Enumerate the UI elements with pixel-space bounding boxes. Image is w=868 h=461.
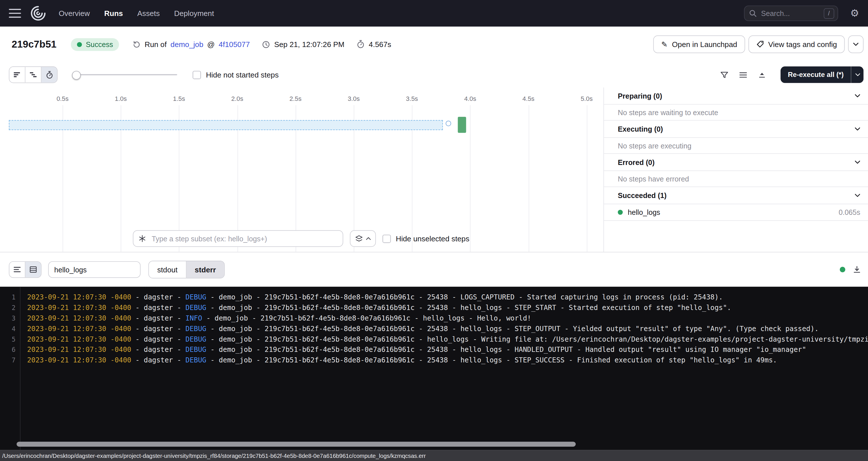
stopwatch-icon (356, 40, 365, 49)
nav-item-assets[interactable]: Assets (137, 9, 160, 18)
nav-item-runs[interactable]: Runs (104, 9, 123, 18)
nav-item-overview[interactable]: Overview (59, 9, 90, 18)
gantt-chart: 5.0s4.5s4.0s3.5s3.0s2.5s2.0s1.5s1.0s0.5s… (0, 88, 603, 252)
flat-view-button[interactable] (9, 67, 25, 82)
panel-section-succeeded[interactable]: Succeeded (1) (604, 187, 868, 204)
log-level: DEBUG (186, 345, 206, 354)
horizontal-scrollbar[interactable] (17, 442, 576, 447)
run-duration-group: 4.567s (356, 40, 391, 49)
axis-tick-label: 5.0s (581, 95, 593, 102)
gantt-bottom-controls: Hide unselected steps (133, 230, 469, 247)
collapse-all-icon[interactable] (755, 68, 769, 82)
log-line-text: 2023-09-21 12:07:30 -0400 - dagster - DE… (20, 335, 868, 343)
header-actions: ✎ Open in Launchpad View tags and config (653, 35, 863, 53)
log-line-number: 7 (0, 356, 20, 364)
panel-empty-errored: No steps have errored (604, 171, 868, 187)
step-row-hello-logs[interactable]: hello_logs 0.065s (604, 204, 868, 221)
search-input[interactable] (760, 8, 824, 18)
panel-empty-preparing: No steps are waiting to execute (604, 104, 868, 121)
layers-icon (355, 235, 363, 243)
stderr-tab[interactable]: stderr (186, 261, 224, 278)
log-line-text: 2023-09-21 12:07:30 -0400 - dagster - IN… (20, 314, 531, 322)
axis-gridline (470, 105, 471, 252)
log-timestamp: 2023-09-21 12:07:30 -0400 (27, 324, 131, 333)
log-toolbar: stdout stderr (0, 252, 868, 287)
stdout-tab[interactable]: stdout (149, 261, 187, 278)
log-line: 52023-09-21 12:07:30 -0400 - dagster - D… (0, 334, 868, 344)
primary-nav: Overview Runs Assets Deployment (59, 9, 214, 18)
gantt-view-toggle (9, 66, 58, 83)
snapshot-link[interactable]: 4f105077 (219, 40, 250, 49)
step-subset-box[interactable] (133, 230, 343, 247)
log-status-dot-icon (840, 267, 845, 272)
hide-not-started-checkbox[interactable]: Hide not started steps (193, 71, 279, 79)
axis-gridline (528, 105, 529, 252)
rows-icon[interactable] (736, 68, 750, 82)
panel-empty-executing: No steps are executing (604, 138, 868, 154)
top-nav: Overview Runs Assets Deployment / ⚙ (0, 0, 868, 27)
dagster-logo-icon[interactable] (30, 5, 46, 21)
log-output[interactable]: 12023-09-21 12:07:30 -0400 - dagster - D… (0, 287, 868, 450)
gantt-section: 5.0s4.5s4.0s3.5s3.0s2.5s2.0s1.5s1.0s0.5s… (0, 88, 868, 252)
gear-icon[interactable]: ⚙ (850, 8, 859, 18)
job-link[interactable]: demo_job (170, 40, 203, 49)
log-level: DEBUG (186, 335, 206, 343)
log-file-path: /Users/erincochran/Desktop/dagster-examp… (2, 452, 426, 459)
log-file-path-bar: /Users/erincochran/Desktop/dagster-examp… (0, 450, 868, 461)
waterfall-view-button[interactable] (25, 67, 41, 82)
nav-item-deployment[interactable]: Deployment (174, 9, 214, 18)
log-level: DEBUG (186, 356, 206, 364)
log-timestamp: 2023-09-21 12:07:30 -0400 (27, 293, 131, 301)
raw-log-view-button[interactable] (25, 262, 41, 277)
history-icon (132, 40, 141, 49)
run-timestamp: Sep 21, 12:07:26 PM (274, 40, 344, 49)
filter-icon[interactable] (717, 68, 731, 82)
chevron-down-icon (855, 127, 860, 131)
log-level: INFO (186, 314, 202, 322)
axis-tick-label: 4.5s (522, 95, 534, 102)
panel-section-errored[interactable]: Errored (0) (604, 154, 868, 171)
log-toolbar-right (840, 265, 862, 274)
timed-view-button[interactable] (41, 67, 57, 82)
open-in-launchpad-button[interactable]: ✎ Open in Launchpad (653, 35, 745, 53)
structured-log-view-button[interactable] (9, 262, 25, 277)
run-header-more-button[interactable] (848, 35, 863, 53)
graph-query-toggle-button[interactable] (350, 230, 376, 247)
gantt-zoom-slider[interactable] (72, 67, 177, 82)
status-badge: Success (71, 38, 119, 51)
reexecute-dropdown-button[interactable] (851, 66, 864, 83)
slider-thumb[interactable] (72, 71, 81, 80)
log-filter-input[interactable] (48, 261, 141, 278)
log-line-number: 4 (0, 325, 20, 332)
op-selector-icon (138, 235, 146, 243)
log-line: 12023-09-21 12:07:30 -0400 - dagster - D… (0, 292, 868, 302)
run-span-bar (9, 120, 443, 130)
log-line-text: 2023-09-21 12:07:30 -0400 - dagster - DE… (20, 324, 819, 333)
reexecute-button-group: Re-execute all (*) (781, 66, 864, 83)
log-timestamp: 2023-09-21 12:07:30 -0400 (27, 314, 131, 322)
clock-icon (262, 40, 270, 49)
axis-gridline (587, 105, 587, 252)
hide-unselected-checkbox[interactable]: Hide unselected steps (382, 235, 469, 243)
step-bar-hello-logs[interactable] (458, 117, 466, 133)
log-line-text: 2023-09-21 12:07:30 -0400 - dagster - DE… (20, 356, 777, 364)
panel-section-executing[interactable]: Executing (0) (604, 121, 868, 137)
log-timestamp: 2023-09-21 12:07:30 -0400 (27, 303, 131, 312)
chevron-down-icon (855, 194, 860, 197)
chevron-up-icon (366, 237, 371, 240)
global-search[interactable]: / (744, 5, 838, 21)
chevron-down-icon (855, 94, 860, 97)
axis-tick-label: 3.5s (406, 95, 418, 102)
step-subset-input[interactable] (151, 234, 338, 243)
run-header: 219c7b51 Success Run of demo_job @ 4f105… (0, 27, 868, 62)
checkbox-icon (193, 71, 201, 79)
download-icon[interactable] (852, 265, 862, 274)
reexecute-all-button[interactable]: Re-execute all (*) (781, 66, 851, 83)
chevron-down-icon (855, 73, 860, 76)
log-line-number: 2 (0, 304, 20, 311)
panel-section-preparing[interactable]: Preparing (0) (604, 88, 868, 104)
menu-icon[interactable] (9, 9, 21, 18)
pencil-icon: ✎ (661, 40, 668, 49)
axis-tick-label: 2.5s (289, 95, 302, 102)
view-tags-config-button[interactable]: View tags and config (748, 35, 845, 53)
